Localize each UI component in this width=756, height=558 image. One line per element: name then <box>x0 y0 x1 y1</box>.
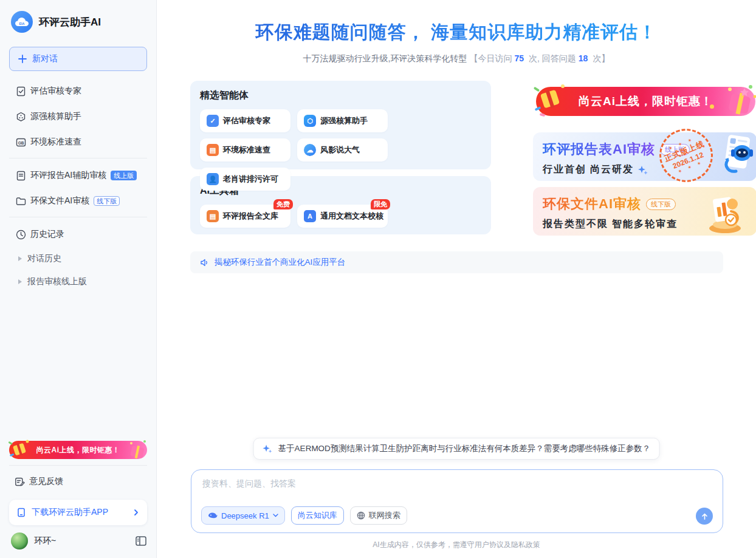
agent-label: 风影说大气 <box>320 145 360 155</box>
promo-banner-text: 尚云Ai上线，限时钜惠！ <box>579 94 713 109</box>
file-audit-title: 环保文件AI审核 <box>543 195 641 213</box>
answers-count: 18 <box>579 53 588 63</box>
folder-icon <box>16 196 26 206</box>
avatar[interactable] <box>11 532 28 549</box>
suggested-question-text: 基于AERMOD预测结果计算卫生防护距离时与行业标准法有何本质差异？需要考虑哪些… <box>278 443 651 454</box>
sidebar-promo-banner[interactable]: 尚云Ai上线，限时钜惠！ <box>9 441 147 459</box>
feedback-button[interactable]: 意见反馈 <box>0 469 156 494</box>
web-search-toggle[interactable]: 联网搜索 <box>350 506 407 525</box>
report-audit-title: 环评报告表AI审核 <box>543 140 655 158</box>
stats-close: 次】 <box>593 53 610 63</box>
announcement-bar[interactable]: 揭秘环保行业首个商业化AI应用平台 <box>190 251 723 273</box>
suggested-question-chip[interactable]: 基于AERMOD预测结果计算卫生防护距离时与行业标准法有何本质差异？需要考虑哪些… <box>253 438 660 460</box>
history-header[interactable]: 历史记录 <box>0 222 156 247</box>
feedback-icon <box>15 477 25 487</box>
sidebar-item-report-ai-review[interactable]: 环评报告AI辅助审核 线上版 <box>0 163 156 188</box>
hero-subtitle: 十万法规驱动行业升级,环评决策科学化转型【今日访问75次, 回答问题18次】 <box>157 53 756 64</box>
app-logo-cloud-icon: EIA <box>11 11 33 33</box>
knowledge-base-toggle[interactable]: 尚云知识库 <box>291 506 344 525</box>
sidebar-item-label: 评估审核专家 <box>30 86 81 97</box>
file-audit-title-row: 环保文件AI审核 线下版 <box>543 195 747 213</box>
file-audit-subtitle: 报告类型不限 智能多轮审查 <box>543 218 678 231</box>
plus-icon <box>18 55 27 63</box>
globe-icon <box>357 511 365 520</box>
hexagon-icon <box>16 112 26 122</box>
new-chat-button[interactable]: 新对话 <box>9 47 147 71</box>
model-name: Deepseek R1 <box>221 511 269 520</box>
composer-tools: Deepseek R1 尚云知识库 联网搜索 <box>201 506 407 525</box>
sidebar-item-audit-expert[interactable]: 评估审核专家 <box>0 78 156 104</box>
stats-open: 【今日访问 <box>469 53 512 63</box>
knowledge-base-label: 尚云知识库 <box>298 510 337 521</box>
report-library-icon: ▤ <box>207 210 219 222</box>
audit-expert-icon: ✓ <box>207 115 219 127</box>
report-audit-banner[interactable]: 环评报告表AI审核 线上版 行业首创 尚云研发 ✶ ✶ ✶ 正式版上线 2026… <box>533 132 756 181</box>
download-app-button[interactable]: 下载环评云助手APP <box>9 500 147 525</box>
app-title: 环评云助手AI <box>39 15 101 29</box>
collapse-sidebar-button[interactable] <box>136 536 146 546</box>
sidebar-nav: 评估审核专家 源强核算助手 GB 环境标准速查 <box>0 78 156 155</box>
report-doc-icon <box>16 171 26 181</box>
visits-count: 75 <box>514 53 524 63</box>
feedback-label: 意见反馈 <box>29 476 63 487</box>
gift-box-icon <box>721 82 756 121</box>
composer: Deepseek R1 尚云知识库 联网搜索 <box>191 469 723 533</box>
agent-label: 评估审核专家 <box>223 115 270 126</box>
stats-mid: 次, 回答问题 <box>529 53 576 63</box>
sidebar-promo-text: 尚云Ai上线，限时钜惠！ <box>36 445 120 455</box>
sidebar-spacer <box>0 293 156 441</box>
history-section: 历史记录 对话历史 报告审核线上版 <box>0 222 156 293</box>
arrow-up-icon <box>701 512 709 520</box>
gold-dot-icon <box>710 104 714 109</box>
featured-agents-card: 精选智能体 ✓ 评估审核专家 ⬡ 源强核算助手 ▤ 环境标准速查 <box>190 81 491 169</box>
agent-source-calc[interactable]: ⬡ 源强核算助手 <box>297 109 388 132</box>
sidebar-item-label: 环评报告AI辅助审核 <box>30 170 106 181</box>
limited-free-badge: 限免 <box>371 199 390 209</box>
svg-text:GB: GB <box>18 140 24 145</box>
sidebar-item-standard-search[interactable]: GB 环境标准速查 <box>0 129 156 155</box>
history-group-label: 对话历史 <box>27 253 61 264</box>
right-column: 尚云Ai上线，限时钜惠！ 环评报告表AI审核 线上版 行业首创 尚云研发 ✶ ✶… <box>533 81 756 239</box>
phone-icon <box>16 508 26 517</box>
gb-icon: GB <box>16 137 26 148</box>
agent-label: 老肖讲排污许可 <box>223 174 278 185</box>
file-audit-banner[interactable]: 环保文件AI审核 线下版 报告类型不限 智能多轮审查 <box>533 187 756 236</box>
agent-permit[interactable]: 👤 老肖讲排污许可 <box>200 168 290 191</box>
standard-search-icon: ▤ <box>207 144 219 156</box>
sparkle-icon <box>637 165 648 175</box>
sidebar-item-label: 环保文件AI审核 <box>30 196 89 206</box>
brand: EIA 环评云助手AI <box>0 0 156 33</box>
free-badge: 免费 <box>273 199 293 209</box>
history-group-chats[interactable]: 对话历史 <box>0 247 156 270</box>
atmosphere-cloud-icon: ☁ <box>304 144 316 156</box>
tool-doc-check[interactable]: A 通用文档文本校核 限免 <box>297 205 388 228</box>
report-audit-subtitle: 行业首创 尚云研发 <box>543 163 634 176</box>
sidebar-item-file-ai-review[interactable]: 环保文件AI审核 线下版 <box>0 188 156 214</box>
sidebar-item-label: 源强核算助手 <box>30 111 81 122</box>
model-selector[interactable]: Deepseek R1 <box>201 506 285 525</box>
agent-atmosphere[interactable]: ☁ 风影说大气 <box>297 138 388 162</box>
history-group-report-review[interactable]: 报告审核线上版 <box>0 270 156 293</box>
download-app-label: 下载环评云助手APP <box>32 507 108 518</box>
agent-label: 源强核算助手 <box>320 115 368 126</box>
main-area: 环保难题随问随答， 海量知识库助力精准评估！ 十万法规驱动行业升级,环评决策科学… <box>157 0 756 558</box>
chevron-right-icon <box>132 509 140 516</box>
agent-standard-search[interactable]: ▤ 环境标准速查 <box>200 138 290 162</box>
offline-version-badge: 线下版 <box>94 196 120 206</box>
online-version-badge: 线上版 <box>111 171 137 180</box>
sidebar-divider <box>9 217 147 217</box>
promo-banner[interactable]: 尚云Ai上线，限时钜惠！ <box>536 87 755 116</box>
history-group-label: 报告审核线上版 <box>27 276 87 287</box>
app-window: EIA 环评云助手AI 新对话 评估审核专家 源强核算助手 GB 环境标准速查 <box>0 0 756 558</box>
send-button[interactable] <box>696 508 713 525</box>
doc-check-icon <box>16 86 26 97</box>
agent-label: 环境标准速查 <box>223 145 270 155</box>
sparkle-icon <box>263 444 273 454</box>
svg-text:EIA: EIA <box>19 22 24 26</box>
agent-audit-expert[interactable]: ✓ 评估审核专家 <box>200 109 290 132</box>
user-name: 环环~ <box>34 536 56 546</box>
message-input[interactable] <box>202 478 701 502</box>
tool-report-library[interactable]: ▤ 环评报告全文库 免费 <box>200 205 290 228</box>
collapse-sidebar-icon <box>136 536 146 546</box>
sidebar-item-source-calc[interactable]: 源强核算助手 <box>0 104 156 129</box>
